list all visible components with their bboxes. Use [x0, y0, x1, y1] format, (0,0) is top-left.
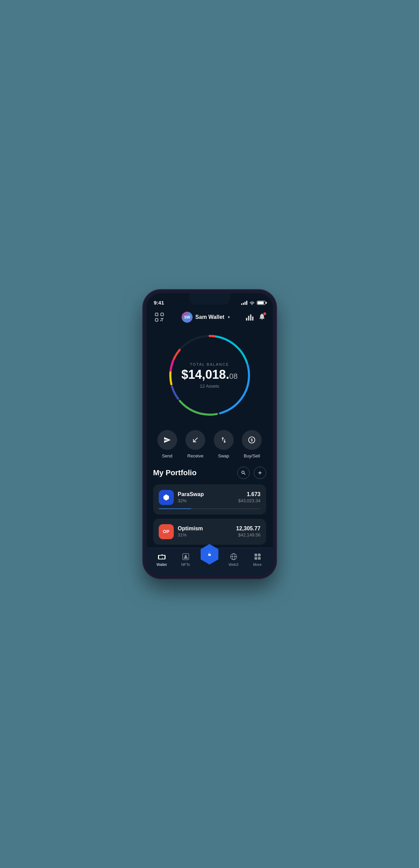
svg-rect-18 [158, 555, 165, 556]
optimism-amounts: 12,305.77 $42,149.56 [236, 526, 260, 537]
battery-icon [257, 301, 265, 305]
status-icons [241, 301, 265, 305]
assets-count: 12 Assets [181, 383, 238, 388]
svg-text:$: $ [251, 438, 253, 442]
user-info[interactable]: SW Sam Wallet ▾ [182, 312, 230, 323]
plus-icon [257, 470, 263, 476]
optimism-logo: OP [159, 524, 174, 539]
asset-card-optimism[interactable]: OP Optimism 31% 12,305.77 $42,149.56 [153, 519, 266, 545]
notification-badge [263, 312, 266, 315]
paraswap-usd: $43,023.34 [238, 498, 260, 503]
buysell-icon: $ [248, 436, 256, 444]
portfolio-title: My Portfolio [153, 468, 197, 477]
balance-circle: TOTAL BALANCE $14,018.08 12 Assets [165, 331, 254, 420]
bottom-nav: Wallet NFTs [146, 548, 273, 575]
action-buttons: Send Receive Swap [146, 427, 273, 467]
balance-section: TOTAL BALANCE $14,018.08 12 Assets [146, 327, 273, 427]
more-nav-icon [253, 553, 262, 561]
scan-icon [155, 312, 164, 322]
search-button[interactable] [237, 467, 250, 479]
optimism-usd: $42,149.56 [236, 532, 260, 537]
notch [189, 293, 230, 305]
svg-rect-2 [155, 319, 158, 321]
optimism-qty: 12,305.77 [236, 526, 260, 532]
paraswap-info: ParaSwap 32% [178, 491, 234, 503]
buysell-action: $ Buy/Sell [242, 430, 262, 458]
wifi-icon [249, 301, 255, 305]
swap-button[interactable] [214, 430, 234, 450]
nav-web3[interactable]: Web3 [222, 552, 246, 567]
center-action-icon [206, 550, 214, 558]
receive-action: Receive [185, 430, 205, 458]
paraswap-amounts: 1.673 $43,023.34 [238, 491, 260, 503]
notification-button[interactable] [258, 313, 266, 322]
svg-rect-27 [254, 557, 257, 560]
phone-inner: 9:41 [146, 293, 273, 575]
nav-more[interactable]: More [246, 552, 270, 567]
nav-center[interactable] [198, 551, 222, 565]
balance-main: $14,018. [181, 367, 229, 381]
asset-card-paraswap[interactable]: ParaSwap 32% 1.673 $43,023.34 [153, 484, 266, 515]
status-time: 9:41 [154, 300, 164, 306]
portfolio-actions [237, 467, 266, 479]
svg-rect-0 [155, 313, 158, 316]
nav-more-label: More [253, 562, 262, 567]
paraswap-pct: 32% [178, 498, 234, 503]
paraswap-name: ParaSwap [178, 491, 234, 497]
swap-action: Swap [214, 430, 234, 458]
balance-cents: 08 [229, 372, 237, 380]
user-name: Sam Wallet [195, 314, 224, 320]
send-button[interactable] [157, 430, 177, 450]
balance-text: TOTAL BALANCE $14,018.08 12 Assets [181, 362, 238, 388]
analytics-button[interactable] [246, 314, 253, 321]
portfolio-header: My Portfolio [153, 467, 266, 479]
send-icon [163, 436, 171, 444]
svg-rect-26 [258, 554, 261, 556]
nfts-nav-icon [182, 553, 190, 561]
paraswap-qty: 1.673 [238, 491, 260, 497]
wallet-nav-icon [158, 553, 166, 561]
center-action-button[interactable] [199, 544, 220, 565]
paraswap-logo [159, 490, 174, 505]
send-action: Send [157, 430, 177, 458]
paraswap-progress [159, 508, 261, 509]
nav-nfts[interactable]: NFTs [174, 552, 198, 567]
receive-button[interactable] [185, 430, 205, 450]
swap-label: Swap [218, 453, 229, 458]
svg-rect-25 [254, 554, 257, 556]
send-label: Send [162, 453, 172, 458]
optimism-info: Optimism 31% [178, 526, 232, 537]
avatar: SW [182, 312, 193, 323]
signal-bars-icon [241, 301, 247, 305]
add-button[interactable] [254, 467, 266, 479]
receive-icon [192, 436, 199, 444]
search-icon [241, 470, 246, 476]
buysell-button[interactable]: $ [242, 430, 262, 450]
phone-frame: 9:41 [143, 290, 276, 579]
optimism-name: Optimism [178, 526, 232, 532]
receive-label: Receive [187, 453, 204, 458]
buysell-label: Buy/Sell [244, 453, 260, 458]
header: SW Sam Wallet ▾ [146, 308, 273, 327]
web3-nav-icon [230, 553, 238, 561]
portfolio-section: My Portfolio [146, 467, 273, 545]
chevron-down-icon: ▾ [228, 315, 230, 320]
nav-nfts-label: NFTs [181, 562, 190, 567]
total-balance-label: TOTAL BALANCE [181, 362, 238, 366]
nav-wallet[interactable]: Wallet [150, 552, 174, 567]
svg-rect-1 [161, 313, 163, 316]
swap-icon [220, 436, 227, 444]
scan-button[interactable] [153, 311, 166, 323]
nav-web3-label: Web3 [228, 562, 238, 567]
header-right [246, 313, 266, 322]
svg-rect-28 [258, 557, 261, 560]
nav-wallet-label: Wallet [156, 562, 167, 567]
optimism-pct: 31% [178, 532, 232, 537]
balance-amount: $14,018.08 [181, 368, 238, 380]
